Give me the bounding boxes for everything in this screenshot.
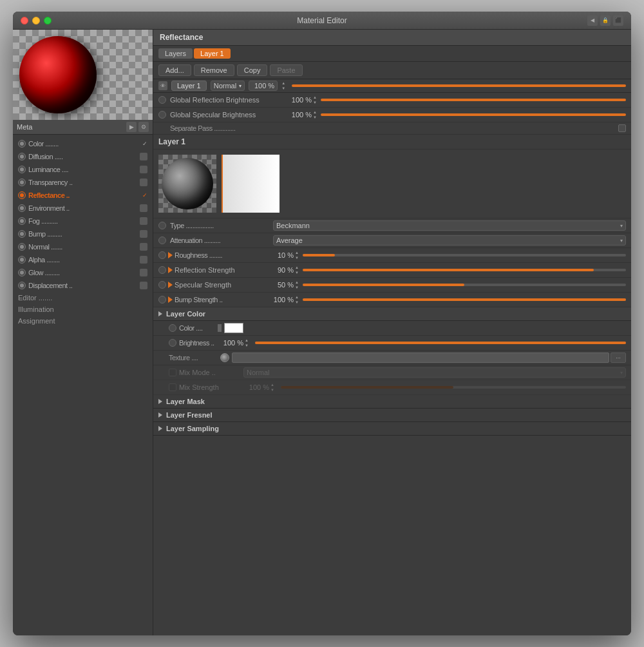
separate-pass-checkbox[interactable] <box>618 124 626 132</box>
mix-mode-select[interactable]: Normal ▾ <box>243 367 626 378</box>
paste-button[interactable]: Paste <box>270 64 302 76</box>
reflection-strength-triangle[interactable] <box>168 267 173 273</box>
prop-luminance-label: Luminance .... <box>28 166 138 173</box>
layer-sampling-section[interactable]: Layer Sampling <box>153 422 631 436</box>
global-reflection-up[interactable]: ▲ <box>313 95 317 100</box>
prop-environment[interactable]: Environment .. <box>13 202 153 215</box>
back-icon[interactable]: ◀ <box>587 15 598 26</box>
bump-strength-row: Bump Strength .. 100 % ▲ ▼ <box>153 293 631 307</box>
minimize-button[interactable] <box>32 17 40 24</box>
blend-mode-select[interactable]: Normal <box>211 81 245 91</box>
mix-strength-track[interactable] <box>281 386 626 389</box>
prop-alpha[interactable]: Alpha ........ <box>13 253 153 266</box>
layer-color-header[interactable]: Layer Color <box>153 307 631 321</box>
global-specular-slider[interactable] <box>321 113 626 116</box>
mix-strength-up[interactable]: ▲ <box>270 382 274 387</box>
add-button[interactable]: Add... <box>158 64 191 76</box>
bump-strength-triangle[interactable] <box>168 296 173 303</box>
brightness-up[interactable]: ▲ <box>245 338 249 343</box>
tab-layers[interactable]: Layers <box>158 48 193 59</box>
prop-luminance[interactable]: Luminance .... <box>13 163 153 176</box>
reflection-strength-track[interactable] <box>303 269 626 271</box>
prop-normal[interactable]: Normal ....... <box>13 240 153 253</box>
specular-strength-value[interactable]: 50 % <box>268 281 294 289</box>
copy-button[interactable]: Copy <box>237 64 268 76</box>
brightness-down[interactable]: ▼ <box>245 343 249 348</box>
specular-strength-down[interactable]: ▼ <box>295 285 299 290</box>
bump-strength-up[interactable]: ▲ <box>295 295 299 300</box>
opacity-up-arrow[interactable]: ▲ <box>281 81 285 86</box>
prop-displacement[interactable]: Displacement .. <box>13 279 153 292</box>
prop-color[interactable]: Color ........ ✓ <box>13 137 153 150</box>
global-specular-up[interactable]: ▲ <box>313 110 317 115</box>
reflection-strength-value[interactable]: 90 % <box>268 266 294 274</box>
prop-glow[interactable]: Glow ......... <box>13 266 153 279</box>
bump-strength-down[interactable]: ▼ <box>295 300 299 305</box>
remove-button[interactable]: Remove <box>194 64 234 76</box>
opacity-field[interactable]: 100 % <box>249 81 278 91</box>
bump-strength-value[interactable]: 100 % <box>268 296 294 304</box>
mix-strength-value[interactable]: 100 % <box>243 383 269 391</box>
meta-arrow-icon[interactable]: ▶ <box>126 122 137 132</box>
brightness-track[interactable] <box>255 342 626 344</box>
attenuation-select[interactable]: Average ▾ <box>273 235 626 246</box>
tab-layer1[interactable]: Layer 1 <box>194 48 231 59</box>
layer-fresnel-section[interactable]: Layer Fresnel <box>153 409 631 422</box>
reflection-strength-down[interactable]: ▼ <box>295 270 299 275</box>
global-reflection-dot <box>158 96 166 104</box>
reflectance-title: Reflectance <box>160 33 203 42</box>
close-button[interactable] <box>21 17 28 24</box>
prop-bump[interactable]: Bump ......... <box>13 227 153 240</box>
brightness-value[interactable]: 100 % <box>218 339 243 347</box>
global-reflection-slider[interactable] <box>321 99 626 101</box>
color-swatch[interactable] <box>224 323 243 333</box>
meta-settings-icon[interactable]: ⚙ <box>138 122 149 132</box>
layer-mask-section[interactable]: Layer Mask <box>153 395 631 409</box>
specular-strength-up[interactable]: ▲ <box>295 280 299 285</box>
mix-strength-checkbox[interactable] <box>169 383 176 391</box>
roughness-track[interactable] <box>303 254 626 256</box>
specular-strength-dot <box>158 281 166 289</box>
roughness-triangle[interactable] <box>168 252 173 258</box>
roughness-up[interactable]: ▲ <box>295 250 299 255</box>
roughness-down[interactable]: ▼ <box>295 255 299 260</box>
bump-strength-label: Bump Strength .. <box>175 296 268 304</box>
prop-color-label: Color ........ <box>28 140 141 148</box>
roughness-label: Roughness ........ <box>175 251 268 259</box>
reflection-strength-up[interactable]: ▲ <box>295 265 299 270</box>
bump-strength-track[interactable] <box>303 298 626 301</box>
prop-alpha-icon <box>140 256 147 264</box>
global-specular-down[interactable]: ▼ <box>313 115 317 120</box>
prop-reflectance[interactable]: Reflectance .. ✓ <box>13 189 153 202</box>
global-specular-value[interactable]: 100 % <box>283 111 312 119</box>
reflection-strength-row: Reflection Strength 90 % ▲ ▼ <box>153 263 631 278</box>
texture-circle-icon[interactable] <box>220 353 229 362</box>
mix-mode-checkbox[interactable] <box>169 369 176 376</box>
layer-name-badge[interactable]: Layer 1 <box>171 81 207 91</box>
opacity-slider-bar[interactable] <box>292 84 626 87</box>
section-assignment[interactable]: Assignment <box>13 315 153 327</box>
section-illumination[interactable]: Illumination <box>13 304 153 315</box>
preview-thumb-gradient[interactable] <box>222 155 279 213</box>
roughness-value[interactable]: 10 % <box>268 251 294 259</box>
global-reflection-arrows: ▲ ▼ <box>313 95 317 105</box>
lock-icon[interactable]: 🔒 <box>600 15 611 26</box>
texture-field[interactable] <box>232 352 609 363</box>
layer-visibility-icon[interactable]: 👁 <box>158 81 167 90</box>
texture-browse-button[interactable]: ··· <box>611 352 626 363</box>
fullscreen-button[interactable] <box>44 17 52 24</box>
section-editor[interactable]: Editor ....... <box>13 292 153 304</box>
preview-thumb-sphere[interactable] <box>158 155 216 213</box>
type-select[interactable]: Beckmann ▾ <box>273 220 626 231</box>
specular-strength-triangle[interactable] <box>168 282 173 288</box>
prop-fog[interactable]: Fog .......... <box>13 215 153 227</box>
expand-icon[interactable]: ⬛ <box>613 15 623 26</box>
opacity-arrows: ▲ ▼ <box>281 81 285 91</box>
mix-strength-down[interactable]: ▼ <box>270 387 274 392</box>
specular-strength-track[interactable] <box>303 284 626 286</box>
opacity-down-arrow[interactable]: ▼ <box>281 86 285 91</box>
global-reflection-value[interactable]: 100 % <box>283 96 312 104</box>
prop-diffusion[interactable]: Diffusion ..... <box>13 150 153 163</box>
global-reflection-down[interactable]: ▼ <box>313 100 317 105</box>
prop-transparency[interactable]: Transparency .. <box>13 176 153 189</box>
